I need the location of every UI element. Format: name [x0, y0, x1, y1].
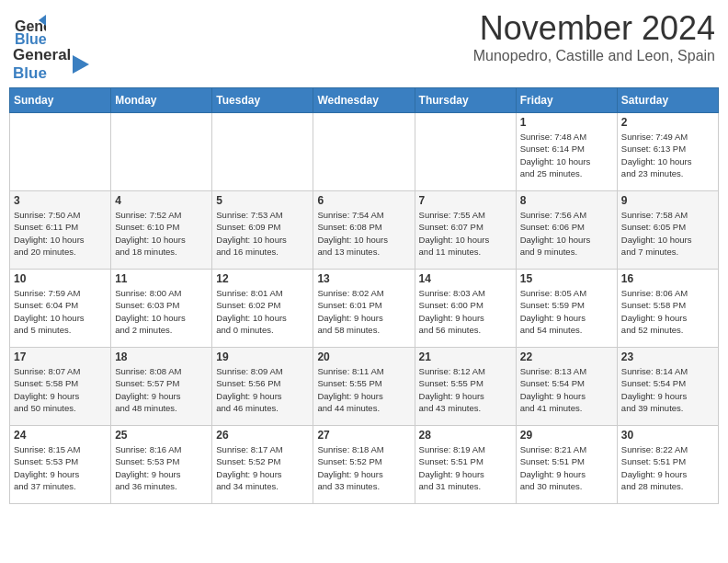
calendar-cell: 21Sunrise: 8:12 AM Sunset: 5:55 PM Dayli…: [415, 348, 516, 426]
day-info: Sunrise: 8:05 AM Sunset: 5:59 PM Dayligh…: [520, 287, 613, 336]
day-info: Sunrise: 7:59 AM Sunset: 6:04 PM Dayligh…: [14, 287, 107, 336]
day-info: Sunrise: 7:53 AM Sunset: 6:09 PM Dayligh…: [216, 209, 309, 258]
day-number: 3: [14, 194, 107, 207]
calendar-week-3: 10Sunrise: 7:59 AM Sunset: 6:04 PM Dayli…: [10, 270, 719, 348]
location-subtitle: Munopedro, Castille and Leon, Spain: [473, 48, 715, 64]
day-number: 12: [216, 272, 309, 285]
day-info: Sunrise: 8:07 AM Sunset: 5:58 PM Dayligh…: [14, 365, 107, 414]
calendar-cell: 11Sunrise: 8:00 AM Sunset: 6:03 PM Dayli…: [111, 270, 212, 348]
day-number: 6: [317, 194, 410, 207]
day-number: 9: [621, 194, 714, 207]
calendar-cell: [212, 113, 313, 191]
calendar-cell: 12Sunrise: 8:01 AM Sunset: 6:02 PM Dayli…: [212, 270, 313, 348]
day-info: Sunrise: 8:18 AM Sunset: 5:52 PM Dayligh…: [317, 443, 410, 492]
calendar-cell: [313, 113, 415, 191]
day-number: 22: [520, 350, 613, 363]
day-number: 25: [115, 429, 208, 442]
day-number: 26: [216, 429, 309, 442]
day-number: 7: [419, 194, 512, 207]
calendar-cell: 7Sunrise: 7:55 AM Sunset: 6:07 PM Daylig…: [415, 191, 516, 270]
day-number: 28: [419, 429, 512, 442]
logo-general-text: General: [13, 46, 71, 64]
weekday-header-tuesday: Tuesday: [212, 88, 313, 113]
svg-marker-3: [73, 55, 89, 74]
day-number: 29: [520, 429, 613, 442]
calendar-cell: 14Sunrise: 8:03 AM Sunset: 6:00 PM Dayli…: [415, 270, 516, 348]
day-info: Sunrise: 7:49 AM Sunset: 6:13 PM Dayligh…: [621, 131, 714, 179]
day-info: Sunrise: 8:16 AM Sunset: 5:53 PM Dayligh…: [115, 443, 208, 492]
calendar-table: SundayMondayTuesdayWednesdayThursdayFrid…: [9, 87, 719, 504]
calendar-week-2: 3Sunrise: 7:50 AM Sunset: 6:11 PM Daylig…: [10, 191, 719, 270]
calendar-cell: 25Sunrise: 8:16 AM Sunset: 5:53 PM Dayli…: [111, 426, 212, 504]
weekday-header-monday: Monday: [111, 88, 212, 113]
day-info: Sunrise: 8:02 AM Sunset: 6:01 PM Dayligh…: [317, 287, 410, 336]
day-info: Sunrise: 8:19 AM Sunset: 5:51 PM Dayligh…: [419, 443, 512, 492]
day-number: 23: [621, 350, 714, 363]
calendar-cell: [10, 113, 111, 191]
day-info: Sunrise: 7:58 AM Sunset: 6:05 PM Dayligh…: [621, 209, 714, 258]
calendar-week-5: 24Sunrise: 8:15 AM Sunset: 5:53 PM Dayli…: [10, 426, 719, 504]
logo-arrow-icon: [73, 52, 89, 77]
day-info: Sunrise: 8:06 AM Sunset: 5:58 PM Dayligh…: [621, 287, 714, 336]
calendar-cell: 26Sunrise: 8:17 AM Sunset: 5:52 PM Dayli…: [212, 426, 313, 504]
day-info: Sunrise: 7:54 AM Sunset: 6:08 PM Dayligh…: [317, 209, 410, 258]
day-number: 16: [621, 272, 714, 285]
day-info: Sunrise: 7:48 AM Sunset: 6:14 PM Dayligh…: [520, 131, 613, 179]
day-number: 21: [419, 350, 512, 363]
day-info: Sunrise: 8:03 AM Sunset: 6:00 PM Dayligh…: [419, 287, 512, 336]
calendar-cell: 18Sunrise: 8:08 AM Sunset: 5:57 PM Dayli…: [111, 348, 212, 426]
day-number: 5: [216, 194, 309, 207]
weekday-header-sunday: Sunday: [10, 88, 111, 113]
calendar-cell: 5Sunrise: 7:53 AM Sunset: 6:09 PM Daylig…: [212, 191, 313, 270]
logo: General Blue General Blue: [13, 9, 89, 82]
day-number: 10: [14, 272, 107, 285]
day-number: 18: [115, 350, 208, 363]
weekday-header-thursday: Thursday: [415, 88, 516, 113]
calendar-cell: 20Sunrise: 8:11 AM Sunset: 5:55 PM Dayli…: [313, 348, 415, 426]
calendar-cell: 1Sunrise: 7:48 AM Sunset: 6:14 PM Daylig…: [516, 113, 617, 191]
day-info: Sunrise: 8:21 AM Sunset: 5:51 PM Dayligh…: [520, 443, 613, 492]
day-info: Sunrise: 8:15 AM Sunset: 5:53 PM Dayligh…: [14, 443, 107, 492]
calendar-cell: 9Sunrise: 7:58 AM Sunset: 6:05 PM Daylig…: [617, 191, 718, 270]
day-number: 4: [115, 194, 208, 207]
day-number: 2: [621, 116, 714, 129]
calendar-cell: [111, 113, 212, 191]
calendar-body: 1Sunrise: 7:48 AM Sunset: 6:14 PM Daylig…: [10, 113, 719, 504]
day-info: Sunrise: 8:00 AM Sunset: 6:03 PM Dayligh…: [115, 287, 208, 336]
calendar-cell: 3Sunrise: 7:50 AM Sunset: 6:11 PM Daylig…: [10, 191, 111, 270]
calendar-cell: 4Sunrise: 7:52 AM Sunset: 6:10 PM Daylig…: [111, 191, 212, 270]
day-info: Sunrise: 8:12 AM Sunset: 5:55 PM Dayligh…: [419, 365, 512, 414]
calendar-cell: 10Sunrise: 7:59 AM Sunset: 6:04 PM Dayli…: [10, 270, 111, 348]
day-info: Sunrise: 8:17 AM Sunset: 5:52 PM Dayligh…: [216, 443, 309, 492]
logo-blue-text: Blue: [13, 64, 71, 83]
svg-text:Blue: Blue: [15, 31, 46, 46]
day-info: Sunrise: 8:09 AM Sunset: 5:56 PM Dayligh…: [216, 365, 309, 414]
day-number: 15: [520, 272, 613, 285]
calendar-cell: 24Sunrise: 8:15 AM Sunset: 5:53 PM Dayli…: [10, 426, 111, 504]
calendar-cell: 23Sunrise: 8:14 AM Sunset: 5:54 PM Dayli…: [617, 348, 718, 426]
day-info: Sunrise: 7:56 AM Sunset: 6:06 PM Dayligh…: [520, 209, 613, 258]
day-number: 8: [520, 194, 613, 207]
calendar-cell: 6Sunrise: 7:54 AM Sunset: 6:08 PM Daylig…: [313, 191, 415, 270]
day-info: Sunrise: 7:55 AM Sunset: 6:07 PM Dayligh…: [419, 209, 512, 258]
calendar-cell: 27Sunrise: 8:18 AM Sunset: 5:52 PM Dayli…: [313, 426, 415, 504]
calendar-cell: 28Sunrise: 8:19 AM Sunset: 5:51 PM Dayli…: [415, 426, 516, 504]
calendar-header-row: SundayMondayTuesdayWednesdayThursdayFrid…: [10, 88, 719, 113]
day-number: 30: [621, 429, 714, 442]
day-number: 17: [14, 350, 107, 363]
day-number: 19: [216, 350, 309, 363]
weekday-header-saturday: Saturday: [617, 88, 718, 113]
month-title: November 2024: [473, 9, 715, 48]
day-info: Sunrise: 8:08 AM Sunset: 5:57 PM Dayligh…: [115, 365, 208, 414]
logo-icon: General Blue: [13, 13, 46, 46]
calendar-cell: 30Sunrise: 8:22 AM Sunset: 5:51 PM Dayli…: [617, 426, 718, 504]
day-number: 27: [317, 429, 410, 442]
calendar-cell: [415, 113, 516, 191]
calendar-cell: 19Sunrise: 8:09 AM Sunset: 5:56 PM Dayli…: [212, 348, 313, 426]
title-block: November 2024 Munopedro, Castille and Le…: [473, 9, 715, 64]
calendar-week-1: 1Sunrise: 7:48 AM Sunset: 6:14 PM Daylig…: [10, 113, 719, 191]
page-header: General Blue General Blue November 2024 …: [9, 9, 719, 82]
day-info: Sunrise: 8:13 AM Sunset: 5:54 PM Dayligh…: [520, 365, 613, 414]
calendar-cell: 29Sunrise: 8:21 AM Sunset: 5:51 PM Dayli…: [516, 426, 617, 504]
day-info: Sunrise: 8:11 AM Sunset: 5:55 PM Dayligh…: [317, 365, 410, 414]
